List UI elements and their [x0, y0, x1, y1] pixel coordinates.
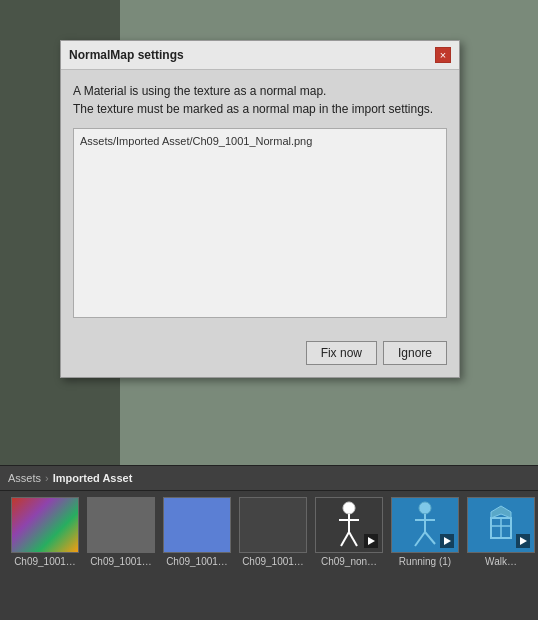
fix-now-button[interactable]: Fix now [306, 341, 377, 365]
list-item[interactable]: Ch09_non… [312, 497, 386, 567]
asset-thumbnail [239, 497, 307, 553]
breadcrumb-root[interactable]: Assets [8, 472, 41, 484]
asset-thumbnail [163, 497, 231, 553]
play-overlay [364, 534, 378, 548]
asset-label: Ch09_1001… [8, 556, 82, 567]
play-overlay [440, 534, 454, 548]
breadcrumb-current: Imported Asset [53, 472, 133, 484]
list-item[interactable]: Ch09_1001… [236, 497, 310, 567]
asset-label: Running (1) [388, 556, 462, 567]
asset-label: Ch09_non… [312, 556, 386, 567]
svg-line-3 [341, 532, 349, 546]
dialog-title: NormalMap settings [69, 48, 184, 62]
dialog-body: A Material is using the texture as a nor… [61, 70, 459, 333]
assets-panel: Assets › Imported Asset Ch09_1001… Ch09_… [0, 465, 538, 620]
asset-thumbnail [467, 497, 535, 553]
asset-label: Ch09_1001… [84, 556, 158, 567]
breadcrumb-separator: › [45, 472, 49, 484]
asset-thumbnail [391, 497, 459, 553]
dialog-message: A Material is using the texture as a nor… [73, 82, 447, 118]
dialog-titlebar: NormalMap settings × [61, 41, 459, 70]
play-triangle-icon [520, 537, 527, 545]
list-item[interactable]: Ch09_1001… [160, 497, 234, 567]
list-item[interactable]: Ch09_1001… [84, 497, 158, 567]
svg-point-5 [419, 502, 431, 514]
asset-label: Ch09_1001… [160, 556, 234, 567]
asset-label: Walk… [464, 556, 538, 567]
package-icon [483, 500, 519, 550]
play-triangle-icon [368, 537, 375, 545]
asset-thumbnail [315, 497, 383, 553]
play-overlay [516, 534, 530, 548]
asset-thumbnail [87, 497, 155, 553]
asset-thumbnail [11, 497, 79, 553]
dialog-message-line2: The texture must be marked as a normal m… [73, 100, 447, 118]
dialog-message-line1: A Material is using the texture as a nor… [73, 82, 447, 100]
stick-figure-run-icon [407, 500, 443, 550]
svg-line-8 [415, 532, 425, 546]
asset-label: Ch09_1001… [236, 556, 310, 567]
list-item[interactable]: Ch09_1001… [8, 497, 82, 567]
svg-marker-13 [491, 506, 511, 518]
svg-line-9 [425, 532, 435, 544]
svg-point-0 [343, 502, 355, 514]
dialog-textarea[interactable] [73, 128, 447, 318]
list-item[interactable]: Walk… [464, 497, 538, 567]
list-item[interactable]: Running (1) [388, 497, 462, 567]
ignore-button[interactable]: Ignore [383, 341, 447, 365]
dialog-close-button[interactable]: × [435, 47, 451, 63]
breadcrumb: Assets › Imported Asset [0, 466, 538, 491]
stick-figure-icon [331, 500, 367, 550]
assets-grid: Ch09_1001… Ch09_1001… Ch09_1001… Ch09_10… [0, 491, 538, 573]
dialog-footer: Fix now Ignore [61, 333, 459, 377]
play-triangle-icon [444, 537, 451, 545]
svg-line-4 [349, 532, 357, 546]
normalmap-dialog: NormalMap settings × A Material is using… [60, 40, 460, 378]
